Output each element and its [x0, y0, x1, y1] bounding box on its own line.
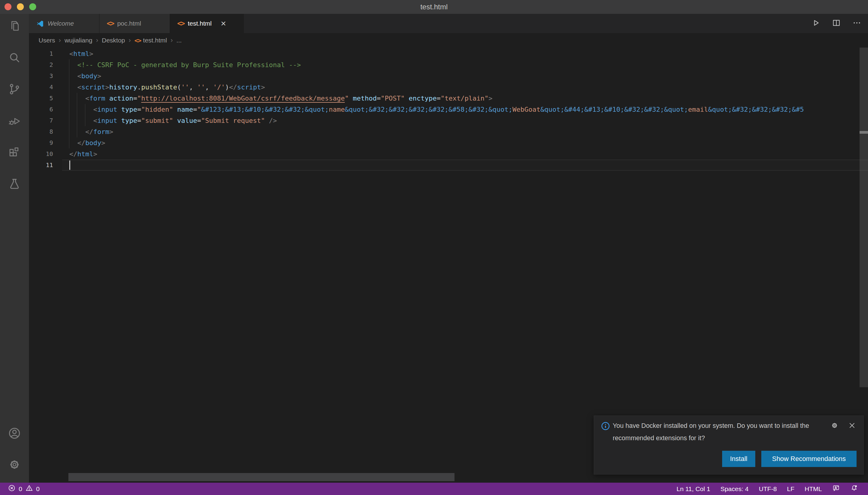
code-line-text: <input type="submit" value="Submit reque… [69, 115, 277, 126]
code-line-9[interactable]: 9 </body> [29, 137, 868, 149]
code-line-11[interactable]: 11 [29, 159, 868, 171]
line-number: 3 [29, 70, 53, 82]
breadcrumb-separator: › [170, 36, 173, 44]
run-debug-icon [7, 114, 21, 129]
status-ln-11-col-1[interactable]: Ln 11, Col 1 [671, 483, 716, 495]
code-line-text: </body> [69, 137, 105, 149]
vertical-scrollbar[interactable] [859, 48, 868, 387]
more-actions-icon [852, 18, 862, 29]
status-bar: 00 Ln 11, Col 1Spaces: 4UTF-8LFHTML [0, 483, 868, 495]
tab-label: Welcome [48, 20, 74, 27]
code-line-text: <form action="http://localhost:8081/WebG… [69, 93, 492, 104]
explorer-icon [7, 19, 21, 34]
code-line-text: <!-- CSRF PoC - generated by Burp Suite … [69, 59, 301, 70]
close-tab-icon[interactable]: × [218, 19, 228, 28]
code-line-8[interactable]: 8 </form> [29, 126, 868, 137]
code-line-text: <html> [69, 48, 93, 59]
status-error-count: 0 [19, 485, 22, 493]
code-line-7[interactable]: 7 <input type="submit" value="Submit req… [29, 115, 868, 126]
tab-test-html[interactable]: <>test.html× [170, 14, 244, 33]
code-line-2[interactable]: 2 <!-- CSRF PoC - generated by Burp Suit… [29, 59, 868, 70]
feedback-icon [832, 484, 840, 494]
tab-bar: Welcome<>poc.html<>test.html× [29, 14, 868, 33]
status-html[interactable]: HTML [800, 483, 827, 495]
activity-bar-search[interactable] [0, 46, 29, 71]
breadcrumb-item[interactable]: wujialiang [65, 37, 92, 44]
more-actions-button[interactable] [851, 17, 863, 30]
line-number: 9 [29, 137, 53, 149]
status-feedback[interactable] [827, 483, 845, 495]
notification-tools [830, 421, 857, 431]
html-file-icon: <> [177, 19, 184, 28]
html-file-icon: <> [107, 19, 114, 28]
status-lf[interactable]: LF [782, 483, 800, 495]
code-line-10[interactable]: 10</html> [29, 149, 868, 159]
extensions-icon [7, 146, 21, 161]
code-line-text: <input type="hidden" name="&#123;&#13;&#… [69, 104, 804, 115]
gear-icon [830, 421, 839, 431]
install-button[interactable]: Install [722, 451, 755, 467]
zoom-window-button[interactable] [29, 3, 36, 10]
search-icon [7, 51, 21, 66]
line-number: 8 [29, 126, 53, 137]
activity-bar-extensions[interactable] [0, 141, 29, 166]
status-spaces-4[interactable]: Spaces: 4 [715, 483, 753, 495]
info-icon [601, 421, 610, 431]
current-line-highlight [62, 159, 868, 171]
code-line-5[interactable]: 5 <form action="http://localhost:8081/We… [29, 93, 868, 104]
horizontal-scrollbar[interactable] [68, 473, 455, 481]
split-editor-button[interactable] [830, 17, 843, 30]
status-bar-left: 00 [0, 483, 45, 495]
line-number: 1 [29, 48, 53, 59]
line-number: 10 [29, 149, 53, 159]
accounts-icon [7, 426, 21, 441]
activity-bar-settings[interactable] [0, 453, 29, 478]
status-utf-8[interactable]: UTF-8 [754, 483, 782, 495]
breadcrumb-item[interactable]: Desktop [102, 37, 125, 44]
activity-bar-testing[interactable] [0, 172, 29, 197]
activity-bar-accounts[interactable] [0, 421, 29, 446]
status-item-label: LF [787, 485, 795, 493]
tab-poc-html[interactable]: <>poc.html [99, 14, 170, 33]
activity-bar [0, 14, 29, 483]
activity-bar-explorer[interactable] [0, 14, 29, 39]
status-item-label: HTML [805, 485, 822, 493]
warning-icon [25, 484, 33, 494]
vscode-window: test.html Welcome<>poc.html<>test.html× … [0, 0, 868, 495]
line-number: 7 [29, 115, 53, 126]
notification-close-button[interactable] [847, 421, 857, 431]
status-item-label: Ln 11, Col 1 [677, 485, 710, 493]
close-window-button[interactable] [4, 3, 12, 10]
code-line-1[interactable]: 1<html> [29, 48, 868, 59]
breadcrumb-separator: › [96, 36, 98, 44]
activity-bar-run-debug[interactable] [0, 109, 29, 134]
activity-bar-source-control[interactable] [0, 77, 29, 102]
tab-label: test.html [188, 20, 212, 27]
code-line-3[interactable]: 3 <body> [29, 70, 868, 82]
notification-buttons: InstallShow Recommendations [722, 451, 856, 467]
overview-ruler-marker [859, 131, 868, 134]
bell-dot-icon [850, 484, 858, 494]
status-item-label: Spaces: 4 [720, 485, 748, 493]
editor-actions [809, 14, 865, 33]
show-recommendations-button[interactable]: Show Recommendations [761, 451, 856, 467]
testing-icon [7, 177, 21, 192]
code-line-4[interactable]: 4 <script>history.pushState('', '', '/')… [29, 82, 868, 93]
run-button[interactable] [809, 17, 822, 30]
tab-welcome[interactable]: Welcome [29, 14, 99, 33]
minimize-window-button[interactable] [17, 3, 24, 10]
code-line-text: <script>history.pushState('', '', '/')</… [69, 82, 265, 93]
status-problems[interactable]: 00 [8, 483, 45, 495]
code-line-6[interactable]: 6 <input type="hidden" name="&#123;&#13;… [29, 104, 868, 115]
source-control-icon [7, 82, 21, 97]
status-bell-dot[interactable] [845, 483, 863, 495]
breadcrumb-item[interactable]: ... [176, 37, 182, 44]
notification-toast: You have Docker installed on your system… [594, 415, 864, 475]
status-bar-right: Ln 11, Col 1Spaces: 4UTF-8LFHTML [671, 483, 868, 495]
notification-gear-button[interactable] [830, 421, 839, 431]
breadcrumb-item[interactable]: Users [38, 37, 55, 44]
breadcrumb: Users›wujialiang›Desktop›<>test.html›... [29, 33, 868, 48]
run-icon [811, 18, 821, 29]
text-cursor [69, 160, 70, 170]
breadcrumb-item[interactable]: test.html [143, 37, 167, 44]
